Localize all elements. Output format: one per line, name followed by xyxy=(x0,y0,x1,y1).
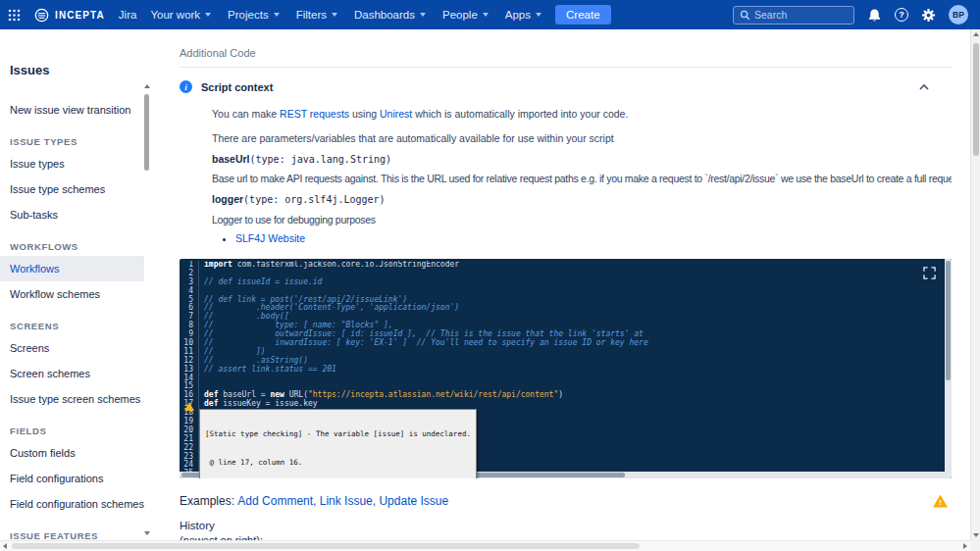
search-box[interactable] xyxy=(733,6,854,25)
logo-text: INCEPTA xyxy=(55,10,105,21)
link-issue-link[interactable]: Link Issue xyxy=(320,494,373,508)
sidebar-item-sub-tasks[interactable]: Sub-tasks xyxy=(0,202,144,227)
scroll-up-arrow-icon[interactable] xyxy=(144,84,150,88)
intro-text: using xyxy=(349,108,380,120)
main-content: Additional Code i Script context You can… xyxy=(153,29,970,540)
jira-label: Jira xyxy=(119,9,137,21)
sidebar-section-issue-features: ISSUE FEATURES xyxy=(10,530,134,540)
nav-people[interactable]: People xyxy=(442,9,489,21)
sidebar-section-fields: FIELDS xyxy=(10,426,134,436)
sidebar-item-issue-type-schemes[interactable]: Issue type schemes xyxy=(0,176,144,202)
param-type: (type: org.slf4j.Logger) xyxy=(243,194,386,205)
unirest-link[interactable]: Unirest xyxy=(380,108,412,120)
nav-projects[interactable]: Projects xyxy=(228,9,280,21)
sidebar-item-new-issue-view-transition[interactable]: New issue view transition xyxy=(0,97,144,123)
add-comment-link[interactable]: Add Comment xyxy=(237,494,313,508)
update-issue-link[interactable]: Update Issue xyxy=(379,494,448,508)
history-title: History xyxy=(180,520,952,531)
code-text: def issueKey = issue.key xyxy=(199,400,318,409)
scroll-down-arrow-icon[interactable] xyxy=(144,531,150,535)
separator: , xyxy=(313,494,320,508)
sidebar-scrollbar-thumb[interactable] xyxy=(144,94,149,171)
code-line: 14 xyxy=(180,375,945,383)
sidebar-section-workflows: WORKFLOWS xyxy=(10,241,134,252)
script-context-header: i Script context xyxy=(180,80,952,93)
list-item: SLF4J Website xyxy=(235,232,952,244)
sidebar-item-issue-types[interactable]: Issue types xyxy=(0,151,144,176)
window-horizontal-scrollbar[interactable] xyxy=(0,540,970,551)
editor-vscroll-thumb[interactable] xyxy=(946,261,951,380)
app-switcher-icon[interactable] xyxy=(8,9,21,22)
scrollbar-corner xyxy=(970,540,980,551)
lint-tooltip-line: [Static type checking] - The variable [i… xyxy=(205,429,471,439)
code-text: // def issueId = issue.id xyxy=(199,278,322,287)
chevron-down-icon xyxy=(274,13,280,17)
sidebar-item-field-configurations[interactable]: Field configurations xyxy=(0,466,144,491)
fullscreen-icon[interactable] xyxy=(923,267,936,279)
code-line: 1import com.fasterxml.jackson.core.io.Js… xyxy=(180,261,945,270)
create-button[interactable]: Create xyxy=(555,5,611,25)
code-text: import com.fasterxml.jackson.core.io.Jso… xyxy=(199,261,459,270)
sidebar-item-issue-type-screen-schemes[interactable]: Issue type screen schemes xyxy=(0,386,144,412)
code-line: 10// inwardIssue: [ key: 'EX-1' ] // You… xyxy=(180,339,945,348)
settings-gear-icon[interactable] xyxy=(921,8,936,23)
sidebar-section-screens: SCREENS xyxy=(10,321,134,331)
window-vertical-scrollbar[interactable] xyxy=(970,29,980,540)
param-baseurl-heading: baseUrl(type: java.lang.String) xyxy=(212,153,952,165)
params-lead: There are parameters/variables that are … xyxy=(212,132,952,145)
vertical-scrollbar-thumb[interactable] xyxy=(973,43,979,156)
incepta-logo[interactable]: INCEPTA xyxy=(34,8,105,23)
param-logger-description: Logger to use for debugging purposes xyxy=(212,214,952,225)
examples-label: Examples: xyxy=(180,494,237,508)
chevron-down-icon xyxy=(205,13,211,17)
code-line: 6// .header('Content-Type', 'application… xyxy=(180,304,945,313)
code-editor[interactable]: 1import com.fasterxml.jackson.core.io.Js… xyxy=(180,259,952,478)
scroll-left-arrow-icon[interactable] xyxy=(3,543,7,549)
sidebar-item-field-configuration-schemes[interactable]: Field configuration schemes xyxy=(0,491,144,517)
nav-your-work[interactable]: Your work xyxy=(150,9,211,21)
code-text xyxy=(199,375,204,383)
section-divider xyxy=(180,67,952,68)
sidebar-title: Issues xyxy=(10,63,134,77)
code-text: // inwardIssue: [ key: 'EX-1' ] // You'l… xyxy=(199,339,648,348)
editor-scroll-corner xyxy=(945,472,952,478)
nav-filters[interactable]: Filters xyxy=(296,9,337,21)
lint-tooltip: [Static type checking] - The variable [i… xyxy=(199,409,477,478)
sidebar-scrollbar[interactable] xyxy=(143,84,151,535)
search-input[interactable] xyxy=(754,9,848,21)
examples-row: Examples: Add Comment , Link Issue , Upd… xyxy=(180,494,952,508)
sidebar-item-custom-fields[interactable]: Custom fields xyxy=(0,440,144,466)
code-line: 3// def issueId = issue.id xyxy=(180,278,945,287)
top-nav: INCEPTA Jira Your work Projects Filters … xyxy=(0,0,980,29)
param-logger-heading: logger(type: org.slf4j.Logger) xyxy=(212,193,952,205)
rest-requests-link[interactable]: REST requests xyxy=(280,108,349,120)
scroll-down-arrow-icon[interactable] xyxy=(973,533,979,537)
separator: , xyxy=(373,494,380,508)
slf4j-website-link[interactable]: SLF4J Website xyxy=(235,232,305,244)
info-icon: i xyxy=(180,80,192,93)
chevron-down-icon xyxy=(536,13,542,17)
incepta-logo-icon xyxy=(34,8,49,23)
help-icon[interactable]: ? xyxy=(895,8,908,22)
nav-apps[interactable]: Apps xyxy=(505,9,542,21)
sidebar-item-screen-schemes[interactable]: Screen schemes xyxy=(0,361,144,386)
scroll-up-arrow-icon[interactable] xyxy=(973,32,979,36)
search-icon xyxy=(740,10,750,21)
settings-sidebar: Issues New issue view transition ISSUE T… xyxy=(0,29,144,540)
additional-code-label: Additional Code xyxy=(180,47,952,59)
param-name: logger xyxy=(212,193,243,205)
sidebar-item-screens[interactable]: Screens xyxy=(0,335,144,361)
doc-link-list: SLF4J Website xyxy=(180,232,952,244)
horizontal-scrollbar-thumb[interactable] xyxy=(12,543,640,549)
scroll-right-arrow-icon[interactable] xyxy=(963,543,967,549)
chevron-down-icon xyxy=(483,13,489,17)
editor-vertical-scrollbar[interactable] xyxy=(945,259,952,472)
code-line: 13// assert link.status == 201 xyxy=(180,366,945,375)
code-line: 17def issueKey = issue.key xyxy=(180,400,945,409)
sidebar-item-workflows[interactable]: Workflows xyxy=(0,256,144,281)
sidebar-item-workflow-schemes[interactable]: Workflow schemes xyxy=(0,281,144,307)
notifications-bell-icon[interactable] xyxy=(867,8,882,23)
nav-dashboards[interactable]: Dashboards xyxy=(354,9,426,21)
collapse-chevron-icon[interactable] xyxy=(918,81,930,93)
user-avatar[interactable]: BP xyxy=(949,5,968,25)
